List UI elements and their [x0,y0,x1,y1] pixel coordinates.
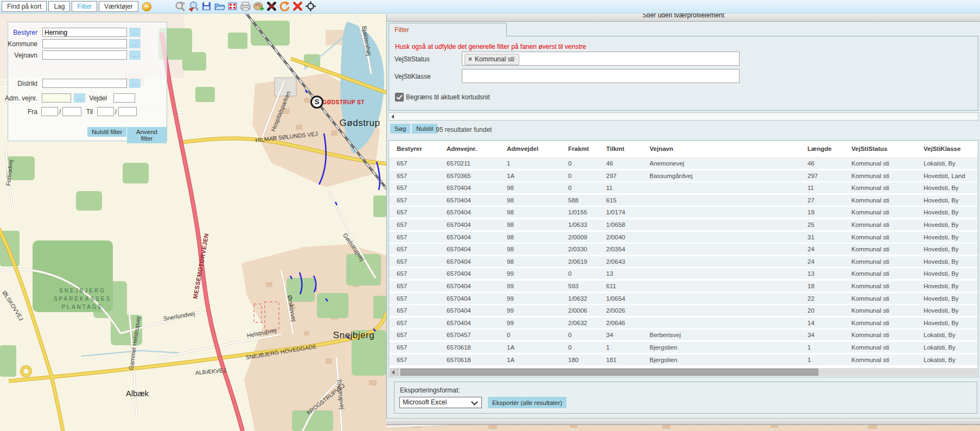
tab-lag[interactable]: Lag [48,1,70,12]
distrikt-input[interactable] [42,79,127,88]
table-cell: 611 [606,281,650,291]
tab-vaerktoejer[interactable]: Værktøjer [99,1,138,12]
table-row[interactable]: 65765704570034Berberisvej34Kommunal stiL… [389,329,978,340]
til-km-input[interactable] [97,107,114,116]
status-ball-icon[interactable] [142,2,151,11]
bestyrer-label[interactable]: Bestyrer [13,29,37,36]
table-row[interactable]: 65765706181A01Bjergstien1Kommunal stiLok… [389,342,978,353]
table-cell: 2/0026 [606,305,650,316]
kommune-browse-button[interactable]: ... [129,39,141,48]
table-cell: Hovedsti, By [924,268,978,279]
column-header[interactable]: Vejnavn [650,141,807,157]
bestyrer-browse-button[interactable]: ... [129,28,141,37]
reset-button[interactable]: Nulstil [412,124,437,134]
til-slash: / [115,108,117,116]
vejnavn-browse-button[interactable]: ... [129,50,141,60]
print-icon[interactable] [240,1,251,12]
fra-km-input[interactable] [41,107,58,116]
table-cell: 13 [606,268,650,279]
til-m-input[interactable] [118,107,137,116]
table-row[interactable]: 6576570404992/00062/002620Kommunal stiHo… [389,305,978,316]
chip-close-icon[interactable]: × [468,55,472,63]
column-header[interactable]: VejStiKlasse [924,141,978,157]
apply-filter-button[interactable]: Anvend filter [127,127,167,143]
distrikt-browse-button[interactable]: ... [129,79,141,88]
vejnavn-input[interactable] [42,50,127,60]
export-all-button[interactable]: Eksportér (alle resultater) [488,397,567,408]
legend-grid-icon[interactable] [227,1,238,12]
table-horizontal-scrollbar[interactable] [390,368,977,376]
table-row[interactable]: 65765706181A180181Bjergstien1Kommunal st… [389,354,978,365]
column-header[interactable]: Længde [807,141,851,157]
adm-vejnr-browse-button[interactable]: ... [74,93,85,103]
table-cell [650,305,807,316]
docked-panel-bar[interactable] [386,418,980,425]
scroll-left-button[interactable] [390,368,398,376]
open-folder-icon[interactable] [214,1,225,12]
table-cell: Hovedsti, Land [924,170,978,181]
vejstistatus-chip[interactable]: ×Kommunal sti [464,54,519,65]
table-cell: 11 [807,182,851,193]
table-row[interactable]: 6576570404982/00092/004031Kommunal stiHo… [389,232,978,243]
vejstiklasse-input[interactable] [462,69,740,83]
export-format-select[interactable]: Microsoft Excel [399,397,482,408]
zoom-previous-icon[interactable] [188,1,199,12]
fra-label: Fra [28,108,37,116]
table-row[interactable]: 6576570404981/06331/065825Kommunal stiHo… [389,219,978,230]
tab-find-paa-kort[interactable]: Find på kort [2,1,47,12]
scrollbar-thumb[interactable] [400,369,818,376]
table-row[interactable]: 6576570404992/06322/064614Kommunal stiHo… [389,318,978,328]
table-row[interactable]: 6576570404982/06192/064324Kommunal stiHo… [389,256,978,267]
tab-filter[interactable]: Filter [72,1,97,12]
vejdel-input[interactable] [113,93,135,103]
filter-horizontal-scrollbar[interactable] [389,112,978,121]
column-header[interactable]: Bestyrer [389,141,447,157]
limit-to-map-extent-checkbox[interactable] [395,93,404,102]
table-cell: 98 [507,182,568,193]
table-row[interactable]: 65765704049801111Kommunal stiHovedsti, B… [389,182,978,193]
zoom-extent-icon[interactable] [175,1,186,12]
fra-m-input[interactable] [62,107,81,116]
table-cell: 6570365 [447,170,507,181]
bestyrer-input[interactable] [42,28,127,37]
column-header[interactable]: Admvejdel [507,141,568,157]
cancel-icon[interactable] [292,1,303,12]
table-row[interactable]: 65765703651A0297Bassumgårdvej297Kommunal… [389,170,978,181]
search-button[interactable]: Søg [390,124,410,134]
column-header[interactable]: VejStiStatus [851,141,924,157]
crosshair-icon[interactable] [305,1,316,12]
table-row[interactable]: 65765704049959361118Kommunal stiHovedsti… [389,281,978,291]
table-cell: Lokalsti, By [924,158,978,169]
til-label: Til [86,108,93,116]
save-icon[interactable] [201,1,212,12]
scroll-left-arrow-icon[interactable] [391,115,394,119]
table-cell: 0 [568,268,606,279]
column-header[interactable]: Admvejnr. [447,141,507,157]
palette-add-icon[interactable] [253,1,264,12]
table-cell: 6570404 [447,268,507,279]
table-row[interactable]: 6576570404991/06321/065422Kommunal stiHo… [389,293,978,304]
table-row[interactable]: 65765702111046Anemonevej46Kommunal stiLo… [389,158,978,169]
table-row[interactable]: 6576570404981/01551/017419Kommunal stiHo… [389,207,978,218]
column-header[interactable]: Tilkmt [606,141,650,157]
vejstistatus-input[interactable]: ×Kommunal sti [462,52,740,66]
table-cell: 2/0330 [568,244,606,255]
table-row[interactable]: 65765704049901313Kommunal stiHovedsti, B… [389,268,978,279]
column-header[interactable]: Frakmt [568,141,606,157]
table-cell [650,318,807,328]
refresh-icon[interactable] [279,1,290,12]
table-cell: 0 [568,329,606,340]
table-cell: 99 [507,268,568,279]
table-row[interactable]: 65765704049858861527Kommunal stiHovedsti… [389,195,978,206]
table-cell: Kommunal sti [851,182,924,193]
kommune-input[interactable] [42,39,127,48]
table-row[interactable]: 6576570404982/03302/035424Kommunal stiHo… [389,244,978,255]
delete-marks-icon[interactable] [266,1,277,12]
table-cell [650,268,807,279]
vejstistatus-label: VejStiStatus [394,55,430,63]
table-cell: 6570404 [447,182,507,193]
reset-filter-button[interactable]: Nulstil filter [87,127,126,137]
adm-vejnr-input[interactable] [42,93,71,103]
dialog-tab-filter[interactable]: Filter [389,23,507,36]
table-cell: 2/0354 [606,244,650,255]
